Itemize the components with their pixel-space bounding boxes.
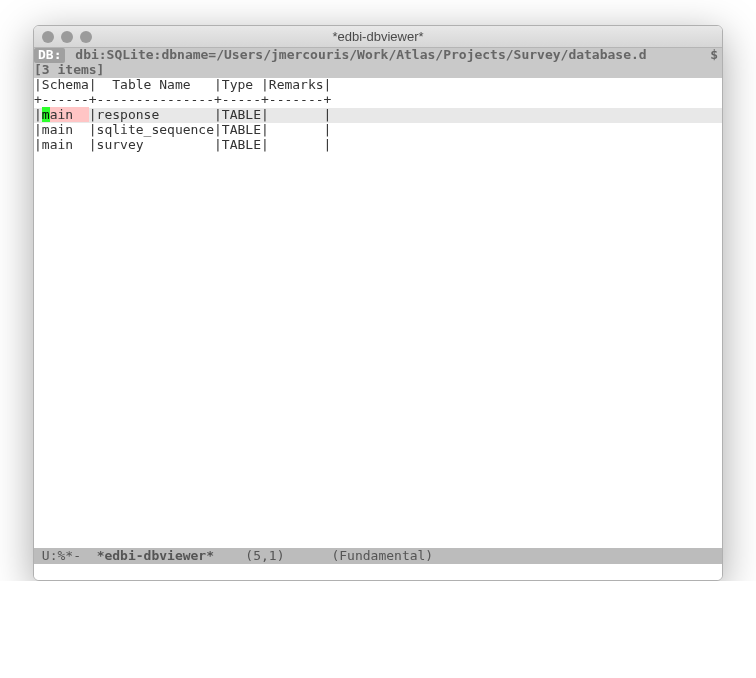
modeline-position: (5,1) — [245, 548, 284, 563]
table-row[interactable]: |main |survey |TABLE| | — [34, 138, 722, 153]
window-title: *edbi-dbviewer* — [34, 29, 722, 44]
table-row[interactable]: |main |sqlite_sequence|TABLE| | — [34, 123, 722, 138]
table-divider: +------+---------------+-----+-------+ — [34, 93, 722, 108]
table-header-row: |Schema| Table Name |Type |Remarks| — [34, 78, 722, 93]
zoom-icon[interactable] — [80, 31, 92, 43]
row-rest: |response |TABLE| | — [89, 107, 332, 122]
cursor: m — [42, 107, 50, 122]
items-count: [3 items] — [34, 63, 722, 78]
modeline-buffer-name: *edbi-dbviewer* — [97, 548, 214, 563]
truncation-indicator: $ — [710, 48, 722, 63]
minimize-icon[interactable] — [61, 31, 73, 43]
db-connection-line: DB: dbi:SQLite:dbname=/Users/jmercouris/… — [34, 48, 722, 63]
db-connection-string: dbi:SQLite:dbname=/Users/jmercouris/Work… — [67, 48, 710, 63]
db-label: DB: — [34, 48, 65, 63]
titlebar[interactable]: *edbi-dbviewer* — [34, 26, 722, 48]
window-controls — [42, 31, 92, 43]
close-icon[interactable] — [42, 31, 54, 43]
table-row[interactable]: |main |response |TABLE| | — [34, 108, 722, 123]
schema-cell-highlighted: main — [42, 107, 89, 122]
modeline: U:%*- *edbi-dbviewer* (5,1) (Fundamental… — [34, 548, 722, 564]
modeline-mode: (Fundamental) — [331, 548, 433, 563]
app-window: *edbi-dbviewer* DB: dbi:SQLite:dbname=/U… — [33, 25, 723, 581]
minibuffer[interactable] — [34, 564, 722, 580]
buffer-area[interactable]: DB: dbi:SQLite:dbname=/Users/jmercouris/… — [34, 48, 722, 548]
